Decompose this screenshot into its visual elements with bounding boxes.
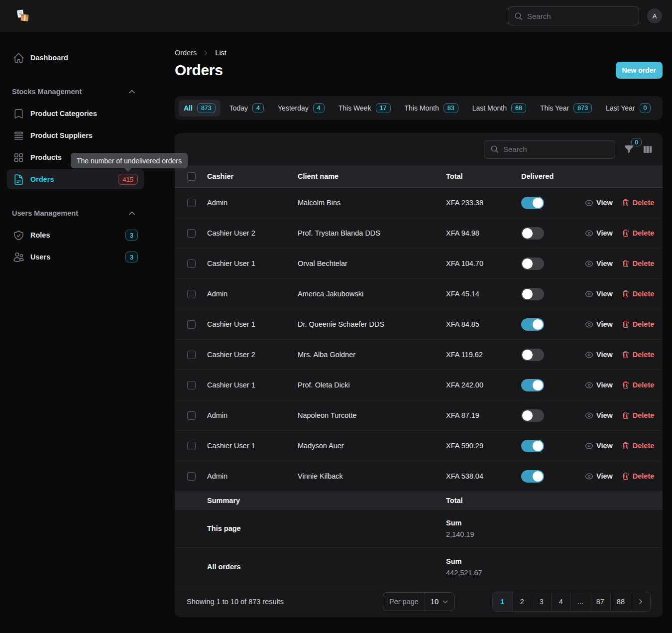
- column-header-client-name[interactable]: Client name: [298, 172, 446, 180]
- tab-today[interactable]: Today4: [224, 100, 269, 117]
- pagination-next-button[interactable]: [631, 592, 650, 611]
- table-search-placeholder: Search: [503, 145, 527, 153]
- total-cell: XFA 45.14: [446, 290, 521, 298]
- sidebar-item-orders[interactable]: Orders415: [7, 169, 144, 189]
- squares-icon: [13, 152, 24, 163]
- view-button[interactable]: View: [585, 199, 613, 207]
- row-checkbox[interactable]: [187, 320, 196, 329]
- row-checkbox[interactable]: [187, 411, 196, 420]
- delivered-toggle[interactable]: [521, 227, 544, 240]
- summary-row-this-page: This page Sum 2,140.19: [175, 509, 663, 548]
- pagination-page-1[interactable]: 1: [493, 592, 512, 611]
- delivered-toggle[interactable]: [521, 409, 544, 422]
- tab-this-week[interactable]: This Week17: [334, 100, 396, 117]
- sidebar-item-product-suppliers[interactable]: Product Suppliers: [7, 126, 144, 145]
- main-content: Orders List Orders New order All873Today…: [159, 32, 672, 633]
- trash-icon: [622, 472, 630, 480]
- delete-button[interactable]: Delete: [622, 472, 655, 480]
- delete-button[interactable]: Delete: [622, 411, 655, 419]
- tab-this-month[interactable]: This Month83: [400, 100, 463, 117]
- client-name-cell: Vinnie Kilback: [298, 472, 446, 480]
- filter-button[interactable]: 0: [624, 144, 634, 154]
- view-button[interactable]: View: [585, 290, 613, 298]
- avatar[interactable]: A: [647, 8, 662, 23]
- tab-count-badge: 83: [444, 103, 458, 113]
- delivered-toggle[interactable]: [521, 318, 544, 331]
- eye-icon: [585, 442, 593, 450]
- row-checkbox[interactable]: [187, 290, 196, 298]
- pagination-page-4[interactable]: 4: [551, 592, 570, 611]
- view-button[interactable]: View: [585, 320, 613, 329]
- eye-icon: [585, 229, 593, 238]
- delivered-toggle[interactable]: [521, 288, 544, 300]
- view-button[interactable]: View: [585, 351, 613, 359]
- delivered-toggle[interactable]: [521, 470, 544, 483]
- delete-button[interactable]: Delete: [622, 259, 655, 267]
- select-all-checkbox[interactable]: [187, 172, 196, 181]
- delete-button[interactable]: Delete: [622, 199, 655, 207]
- breadcrumb-orders[interactable]: Orders: [175, 49, 197, 57]
- row-checkbox[interactable]: [187, 442, 196, 450]
- delivered-toggle[interactable]: [521, 440, 544, 452]
- row-checkbox[interactable]: [187, 259, 196, 268]
- pagination-ellipsis: ...: [570, 592, 590, 611]
- column-header-total[interactable]: Total: [446, 172, 521, 180]
- filter-tabs: All873Today4Yesterday4This Week17This Mo…: [175, 96, 663, 120]
- column-header-cashier[interactable]: Cashier: [207, 172, 298, 180]
- row-checkbox[interactable]: [187, 199, 196, 207]
- tab-last-year[interactable]: Last Year0: [601, 100, 656, 117]
- delete-button[interactable]: Delete: [622, 351, 655, 359]
- table-row: Cashier User 1Dr. Queenie Schaefer DDSXF…: [175, 309, 663, 340]
- sum-label: Sum: [446, 557, 521, 565]
- sidebar-section-header[interactable]: Stocks Management: [7, 86, 144, 98]
- row-checkbox[interactable]: [187, 381, 196, 389]
- sidebar-item-dashboard[interactable]: Dashboard: [7, 48, 144, 68]
- delete-button[interactable]: Delete: [622, 290, 655, 298]
- table-row: Cashier User 2Prof. Trystan Blanda DDSXF…: [175, 218, 663, 249]
- delivered-toggle[interactable]: [521, 197, 544, 209]
- new-order-button[interactable]: New order: [616, 62, 663, 79]
- trash-icon: [622, 381, 630, 389]
- view-button[interactable]: View: [585, 472, 613, 481]
- pagination: 1234...8788: [492, 592, 651, 612]
- per-page-select[interactable]: Per page 10: [383, 592, 454, 611]
- row-checkbox[interactable]: [187, 229, 196, 238]
- table-row: AdminAmerica JakubowskiXFA 45.14ViewDele…: [175, 279, 663, 309]
- sidebar-section-header[interactable]: Users Management: [7, 207, 144, 219]
- sidebar-item-roles[interactable]: Roles3: [7, 225, 144, 245]
- sidebar-item-users[interactable]: Users3: [7, 247, 144, 267]
- toggle-columns-button[interactable]: [643, 144, 653, 154]
- client-name-cell: Prof. Oleta Dicki: [298, 381, 446, 389]
- delivered-toggle[interactable]: [521, 379, 544, 391]
- delete-button[interactable]: Delete: [622, 381, 655, 389]
- tab-last-month[interactable]: Last Month68: [467, 100, 531, 117]
- delete-button[interactable]: Delete: [622, 320, 655, 328]
- pagination-page-87[interactable]: 87: [590, 592, 610, 611]
- view-button[interactable]: View: [585, 259, 613, 268]
- sidebar-item-product-categories[interactable]: Product Categories: [7, 104, 144, 124]
- view-button[interactable]: View: [585, 442, 613, 450]
- delivered-toggle[interactable]: [521, 257, 544, 270]
- home-icon: [13, 52, 24, 64]
- view-button[interactable]: View: [585, 229, 613, 238]
- delete-button[interactable]: Delete: [622, 229, 655, 237]
- row-checkbox[interactable]: [187, 472, 196, 481]
- global-search-input[interactable]: Search: [508, 6, 639, 25]
- pagination-page-88[interactable]: 88: [610, 592, 631, 611]
- row-checkbox[interactable]: [187, 351, 196, 359]
- view-button[interactable]: View: [585, 411, 613, 420]
- tab-yesterday[interactable]: Yesterday4: [273, 100, 330, 117]
- delete-button[interactable]: Delete: [622, 442, 655, 450]
- pagination-page-2[interactable]: 2: [512, 592, 532, 611]
- queue-list-icon: [13, 130, 24, 141]
- chevron-down-icon: [442, 599, 448, 605]
- tab-all[interactable]: All873: [179, 100, 221, 117]
- pagination-page-3[interactable]: 3: [532, 592, 551, 611]
- view-button[interactable]: View: [585, 381, 613, 389]
- table-search-input[interactable]: Search: [484, 140, 615, 159]
- table-row: Cashier User 1Madyson AuerXFA 590.29View…: [175, 431, 663, 461]
- tab-this-year[interactable]: This Year873: [535, 100, 597, 117]
- summary-row-all-orders: All orders Sum 442,521.67: [175, 548, 663, 586]
- delivered-toggle[interactable]: [521, 349, 544, 361]
- app-logo-icon[interactable]: [16, 9, 30, 23]
